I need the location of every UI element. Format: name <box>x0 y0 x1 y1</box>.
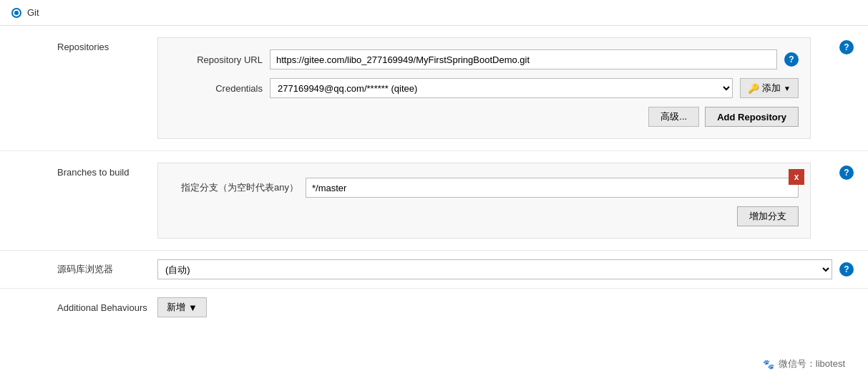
additional-behaviours-section: Additional Behaviours 新增 ▼ <box>0 289 868 326</box>
repositories-help-icon[interactable]: ? <box>839 40 854 54</box>
branches-help: ? <box>839 163 854 180</box>
new-btn-wrapper: 新增 ▼ <box>157 297 207 317</box>
new-add-btn-label: 新增 <box>167 301 185 314</box>
branch-input-row: 指定分支（为空时代表any） <box>170 178 799 198</box>
source-browser-help: ? <box>839 262 854 277</box>
branches-section: Branches to build x 指定分支（为空时代表any） 增加分支 … <box>0 151 868 251</box>
add-branch-btn-row: 增加分支 <box>170 206 799 226</box>
key-icon: 🔑 <box>748 83 759 94</box>
branches-label: Branches to build <box>14 163 157 178</box>
source-browser-select[interactable]: (自动) <box>157 259 832 279</box>
repo-url-label: Repository URL <box>170 54 263 65</box>
advanced-button[interactable]: 高级... <box>648 107 699 127</box>
branches-help-icon[interactable]: ? <box>839 165 854 180</box>
add-repository-button[interactable]: Add Repository <box>705 107 799 127</box>
new-add-button[interactable]: 新增 ▼ <box>157 297 207 317</box>
additional-behaviours-label: Additional Behaviours <box>14 302 157 313</box>
repo-url-help-icon[interactable]: ? <box>784 52 799 67</box>
repo-url-input[interactable] <box>270 49 777 69</box>
repositories-help: ? <box>839 37 854 54</box>
branch-input[interactable] <box>306 178 799 198</box>
git-title: Git <box>27 7 39 18</box>
new-add-btn-arrow: ▼ <box>188 302 198 313</box>
close-branch-button[interactable]: x <box>789 169 804 185</box>
credentials-row: Credentials 277169949@qq.com/****** (qit… <box>170 78 799 98</box>
repositories-label: Repositories <box>14 37 157 52</box>
source-select-wrapper: (自动) <box>157 259 832 279</box>
git-radio[interactable] <box>11 8 21 18</box>
credentials-label: Credentials <box>170 83 263 94</box>
source-browser-section: 源码库浏览器 (自动) ? <box>0 251 868 289</box>
add-btn-arrow: ▼ <box>784 85 791 92</box>
add-branch-button[interactable]: 增加分支 <box>737 206 799 226</box>
branches-content: x 指定分支（为空时代表any） 增加分支 <box>157 163 811 239</box>
credentials-select[interactable]: 277169949@qq.com/****** (qitee) <box>270 78 733 98</box>
repositories-section: Repositories Repository URL ? Credential… <box>0 26 868 151</box>
repositories-content: Repository URL ? Credentials 277169949@q… <box>157 37 811 139</box>
source-browser-help-icon[interactable]: ? <box>839 262 854 277</box>
page-container: Git Repositories Repository URL ? Creden… <box>0 0 868 389</box>
source-browser-label: 源码库浏览器 <box>14 263 157 276</box>
credentials-add-button[interactable]: 🔑 添加 ▼ <box>740 78 799 98</box>
add-btn-label: 添加 <box>762 82 781 95</box>
repo-url-row: Repository URL ? <box>170 49 799 69</box>
branch-specifier-label: 指定分支（为空时代表any） <box>170 181 298 194</box>
git-header: Git <box>0 0 868 26</box>
repo-buttons-row: 高级... Add Repository <box>170 107 799 127</box>
main-content: Repositories Repository URL ? Credential… <box>0 26 868 389</box>
